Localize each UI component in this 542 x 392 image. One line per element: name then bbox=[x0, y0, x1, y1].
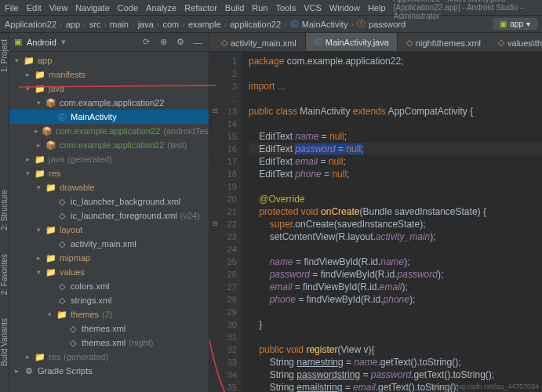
gear-icon[interactable]: ⚙ bbox=[174, 36, 187, 49]
menu-run[interactable]: Run bbox=[252, 3, 267, 13]
android-icon: ▣ bbox=[500, 20, 507, 28]
tree-label: Gradle Scripts bbox=[38, 366, 93, 376]
crumb-app[interactable]: app bbox=[66, 20, 80, 29]
tree-node[interactable]: ▾📁themes (2) bbox=[9, 307, 209, 321]
tree-node[interactable]: ▾📁java bbox=[9, 82, 209, 96]
file-icon: 📁 bbox=[35, 154, 45, 165]
tool-structure[interactable]: 2: Structure bbox=[0, 190, 9, 230]
tree-node[interactable]: ◇colors.xml bbox=[9, 279, 209, 293]
project-view-label[interactable]: Android bbox=[27, 38, 56, 47]
project-panel: ▣ Android ▾ ⟳ ⊕ ⚙ — ▾📁app▸📁manifests▾📁ja… bbox=[9, 33, 209, 392]
menu-bar: FileEditViewNavigateCodeAnalyzeRefactorB… bbox=[0, 0, 542, 16]
run-config-selector[interactable]: ▣ app ▾ bbox=[493, 18, 537, 30]
tree-node[interactable]: ▸📁manifests bbox=[9, 67, 209, 82]
editor-tab[interactable]: ◇night\themes.xml bbox=[398, 34, 489, 51]
left-tool-bar: 1: Project 2: Structure 2: Favorites Bui… bbox=[0, 33, 9, 392]
tree-node[interactable]: ◇themes.xml bbox=[9, 321, 209, 336]
tree-node[interactable]: ▾📁drawable bbox=[9, 180, 209, 194]
menu-refactor[interactable]: Refactor bbox=[184, 3, 217, 13]
tree-node[interactable]: ▸📁java (generated) bbox=[9, 152, 209, 166]
tree-node[interactable]: ▾📦com.example.application22 bbox=[9, 96, 209, 110]
editor-tab[interactable]: ◇activity_main.xml bbox=[213, 34, 305, 51]
file-icon: ◇ bbox=[67, 324, 78, 334]
tree-node[interactable]: ▾📁values bbox=[9, 265, 209, 279]
tree-node[interactable]: ▸📁mipmap bbox=[9, 251, 209, 265]
code-editor[interactable]: package com.example.application22;import… bbox=[242, 52, 542, 392]
tree-node[interactable]: ▾📁res bbox=[9, 166, 209, 180]
project-panel-header: ▣ Android ▾ ⟳ ⊕ ⚙ — bbox=[9, 33, 209, 52]
menu-window[interactable]: Window bbox=[329, 3, 360, 13]
line-gutter[interactable]: 123...⊟131415161718192021⊟22232425262728… bbox=[209, 52, 242, 392]
collapse-icon[interactable]: ⊕ bbox=[157, 36, 169, 49]
crumb-java[interactable]: java bbox=[138, 20, 154, 29]
tree-node[interactable]: ▸📦com.example.application22 (androidTest… bbox=[9, 124, 209, 138]
file-icon: ◇ bbox=[56, 211, 67, 221]
tree-node[interactable]: ▸⚙Gradle Scripts bbox=[9, 364, 209, 378]
file-icon: ◇ bbox=[56, 239, 67, 249]
file-icon: ⚙ bbox=[24, 366, 35, 376]
menu-edit[interactable]: Edit bbox=[27, 3, 42, 13]
tree-label: layout bbox=[60, 225, 82, 234]
crumb-mainactivity[interactable]: MainActivity bbox=[302, 20, 348, 29]
file-icon: 📁 bbox=[56, 310, 67, 320]
menu-file[interactable]: File bbox=[5, 3, 19, 13]
menu-navigate[interactable]: Navigate bbox=[75, 3, 109, 13]
crumb-example[interactable]: example bbox=[188, 20, 221, 29]
menu-help[interactable]: Help bbox=[368, 3, 386, 13]
file-icon: 📁 bbox=[45, 225, 56, 235]
tool-favorites[interactable]: 2: Favorites bbox=[0, 254, 9, 295]
file-icon: 📁 bbox=[35, 352, 45, 362]
file-icon: 📦 bbox=[42, 126, 53, 136]
editor-tabs: ◇activity_main.xmlⒸMainActivity.java◇nig… bbox=[209, 33, 542, 52]
tool-project[interactable]: 1: Project bbox=[0, 39, 9, 72]
tree-node[interactable]: ⒸMainActivity bbox=[9, 110, 209, 124]
file-icon: 📦 bbox=[45, 98, 56, 108]
crumb-application22[interactable]: Application22 bbox=[5, 20, 56, 29]
tree-node[interactable]: ◇strings.xml bbox=[9, 293, 209, 307]
tool-build-variants[interactable]: Build Variants bbox=[0, 318, 9, 366]
menu-build[interactable]: Build bbox=[225, 3, 244, 13]
tree-label: com.example.application22 bbox=[60, 140, 164, 150]
tree-node[interactable]: ◇ic_launcher_background.xml bbox=[9, 194, 209, 209]
file-icon: 📦 bbox=[45, 140, 56, 151]
tree-node[interactable]: ▾📁app bbox=[9, 53, 209, 67]
menu-vcs[interactable]: VCS bbox=[304, 3, 322, 13]
tree-label: res bbox=[49, 352, 60, 361]
menu-tools[interactable]: Tools bbox=[275, 3, 296, 13]
tree-label: activity_main.xml bbox=[71, 239, 136, 249]
tree-label: com.example.application22 bbox=[56, 126, 160, 136]
file-icon: 📁 bbox=[35, 169, 45, 179]
crumb-com[interactable]: com bbox=[162, 20, 179, 29]
tree-node[interactable]: ◇activity_main.xml bbox=[9, 237, 209, 251]
menu-analyze[interactable]: Analyze bbox=[146, 3, 176, 13]
project-tree[interactable]: ▾📁app▸📁manifests▾📁java▾📦com.example.appl… bbox=[9, 52, 209, 392]
editor-tab[interactable]: ⒸMainActivity.java bbox=[305, 32, 398, 51]
crumb-main[interactable]: main bbox=[110, 20, 129, 29]
run-config-label: app bbox=[510, 20, 523, 28]
hide-icon[interactable]: — bbox=[191, 36, 204, 49]
tree-node[interactable]: ◇ic_launcher_foreground.xml (v24) bbox=[9, 209, 209, 223]
menu-view[interactable]: View bbox=[49, 3, 68, 13]
crumb-password[interactable]: password bbox=[369, 20, 406, 29]
file-icon: 📁 bbox=[45, 267, 56, 278]
sync-icon[interactable]: ⟳ bbox=[140, 36, 152, 49]
chevron-down-icon: ▾ bbox=[526, 20, 530, 28]
tree-node[interactable]: ▸📦com.example.application22 (test) bbox=[9, 138, 209, 152]
menu-code[interactable]: Code bbox=[118, 3, 138, 13]
editor-tab[interactable]: ◇values\themes.xml bbox=[489, 34, 542, 51]
tree-label: res bbox=[49, 169, 60, 178]
tree-label: mipmap bbox=[60, 253, 90, 263]
file-icon: 📁 bbox=[24, 56, 35, 66]
tree-label: themes.xml bbox=[82, 324, 125, 333]
tree-label: MainActivity bbox=[71, 112, 117, 122]
tree-label: ic_launcher_foreground.xml bbox=[71, 211, 177, 220]
tree-label: manifests bbox=[49, 70, 85, 79]
android-icon: ▣ bbox=[14, 37, 22, 47]
crumb-src[interactable]: src bbox=[89, 20, 101, 29]
tree-node[interactable]: ▸📁res (generated) bbox=[9, 350, 209, 364]
crumb-application22[interactable]: application22 bbox=[230, 20, 281, 29]
tree-node[interactable]: ▾📁layout bbox=[9, 223, 209, 237]
file-icon: ◇ bbox=[498, 38, 504, 48]
file-icon: Ⓒ bbox=[314, 36, 322, 48]
tree-node[interactable]: ◇themes.xml (night) bbox=[9, 336, 209, 350]
